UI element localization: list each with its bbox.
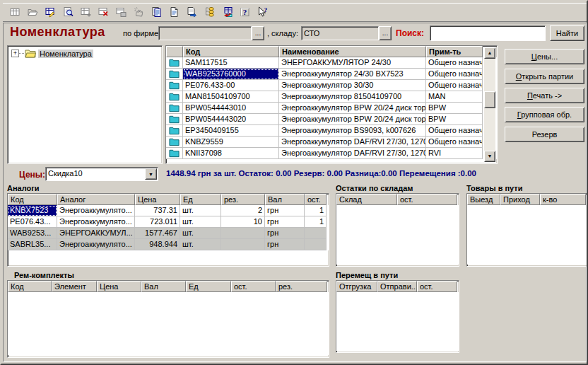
cell-code[interactable]: PE076.433-00: [183, 80, 279, 91]
new-record-button[interactable]: [6, 4, 24, 21]
table-row[interactable]: KNBZ9559 Энергоаккумулятор DAF/RVI 27/30…: [166, 137, 497, 148]
print-button[interactable]: Печать ->: [505, 88, 584, 103]
column-header-name[interactable]: Наименование: [279, 46, 426, 57]
analogs-col-ost[interactable]: ост.: [305, 194, 327, 205]
edit-record-button[interactable]: [42, 4, 59, 21]
cell-app[interactable]: Общего назначения: [426, 57, 483, 69]
analog-row-selected[interactable]: KNBX7523 Энергоаккумулято... 737.31 шт. …: [8, 205, 329, 216]
tree-node-nomenclature[interactable]: + Номенклатура: [11, 49, 162, 58]
cell-app[interactable]: MAN: [426, 91, 483, 103]
kits-col-price[interactable]: Цена: [97, 281, 141, 292]
search-input[interactable]: [430, 25, 546, 41]
analog-row[interactable]: PE076.43... Энергоаккумулято... 723.011 …: [8, 216, 329, 228]
transfers-col-ost[interactable]: ост.: [417, 281, 457, 292]
cell-code[interactable]: KNII37098: [183, 148, 279, 159]
cell-code[interactable]: EP3450409155: [183, 125, 279, 137]
add-record-button[interactable]: [77, 4, 95, 21]
import-table-button[interactable]: [218, 4, 236, 21]
cell-code-selected[interactable]: KNBX7523: [8, 205, 57, 216]
analogs-col-price[interactable]: Цена: [135, 194, 180, 205]
transfers-col-shipment[interactable]: Отгрузка: [336, 281, 377, 292]
analogs-col-rez[interactable]: рез.: [221, 194, 265, 205]
cell-name[interactable]: ЭНЕРГОАККУМУЛЯТОР 24/30: [279, 57, 426, 69]
kits-col-unit[interactable]: Ед: [186, 281, 231, 292]
analog-row[interactable]: WAB9253... ЭНЕРГОАККУМУЛ... 1577.467 шт.…: [8, 228, 329, 239]
cell-app[interactable]: Общего назначения: [426, 137, 483, 148]
combo-dropdown-button[interactable]: ▼: [145, 168, 157, 180]
column-header-app[interactable]: Прим-ть: [426, 46, 483, 57]
analogs-col-name[interactable]: Аналог: [57, 194, 135, 205]
cell-name[interactable]: Энергоаккумулятор BS9093, k007626: [279, 125, 426, 137]
scroll-thumb[interactable]: [484, 91, 495, 108]
preview-button[interactable]: [59, 4, 77, 21]
cell-name[interactable]: Энергоаккумулятор DAF/RVI 27/30, 1270272…: [279, 148, 426, 159]
transfers-col-sender[interactable]: Отправи...: [377, 281, 417, 292]
reserve-button[interactable]: Резерв: [505, 127, 584, 142]
stock-col-warehouse[interactable]: Склад: [336, 194, 397, 205]
table-row[interactable]: KNII37098 Энергоаккумулятор DAF/RVI 27/3…: [166, 148, 497, 159]
firm-input[interactable]: [158, 26, 252, 40]
kits-col-cur[interactable]: Вал: [141, 281, 186, 292]
cell-app[interactable]: Общего назначения: [426, 69, 483, 80]
column-header-icon[interactable]: [166, 46, 183, 57]
table-row[interactable]: EP3450409155 Энергоаккумулятор BS9093, k…: [166, 125, 497, 137]
tree-expand-button[interactable]: +: [11, 50, 19, 57]
prices-button[interactable]: Цены...: [505, 49, 584, 64]
transit-col-arrive[interactable]: Приход: [500, 194, 540, 205]
delete-record-button[interactable]: [95, 4, 112, 21]
table-row-selected[interactable]: WAB9253760000 Энергоаккумулятор 24/30 BX…: [166, 69, 497, 80]
cell-code[interactable]: MAN81504109700: [183, 91, 279, 103]
open-batches-button[interactable]: Открыть партии: [505, 69, 584, 84]
cell-app[interactable]: Общего назначения: [426, 80, 483, 91]
kits-col-rez[interactable]: рез.: [276, 281, 327, 292]
nomenclature-tree[interactable]: + Номенклатура: [7, 45, 163, 164]
transit-col-depart[interactable]: Выезд: [467, 194, 500, 205]
warehouse-browse-button[interactable]: ...: [379, 26, 392, 40]
repair-kits-body[interactable]: [8, 292, 329, 355]
cell-name[interactable]: Энергоаккумулятор 24/30 BX7523: [279, 69, 426, 80]
warehouse-input[interactable]: [301, 26, 379, 40]
analogs-col-code[interactable]: Код: [8, 194, 57, 205]
table-row[interactable]: BPW0544443020 Энергоаккумулятор BPW 20/2…: [166, 114, 497, 125]
cell-code[interactable]: KNBZ9559: [183, 137, 279, 148]
analogs-col-cur[interactable]: Вал: [265, 194, 305, 205]
firm-browse-button[interactable]: ...: [252, 26, 264, 40]
save-record-button[interactable]: [112, 4, 130, 21]
analogs-col-unit[interactable]: Ед: [180, 194, 221, 205]
kits-col-code[interactable]: Код: [8, 281, 52, 292]
analog-row[interactable]: SABRL35... Энергоаккумулято... 948.944 ш…: [8, 239, 329, 250]
copy-button[interactable]: [148, 4, 165, 21]
kits-col-element[interactable]: Элемент: [52, 281, 97, 292]
scroll-down-button[interactable]: ▼: [484, 151, 495, 162]
cell-name[interactable]: Энергоаккумулятор DAF/RVI 27/30, 1270272…: [279, 137, 426, 148]
main-table-scrollbar[interactable]: ▲ ▼: [484, 47, 495, 162]
cell-code[interactable]: SAM117515: [183, 57, 279, 69]
cell-name[interactable]: Энергоаккумулятор BPW 20/24 диск тормоз: [279, 114, 426, 125]
cell-app[interactable]: BPW: [426, 114, 483, 125]
cell-app[interactable]: BPW: [426, 103, 483, 114]
report-button[interactable]: [165, 4, 183, 21]
send-document-button[interactable]: [183, 4, 201, 21]
cell-code-selected[interactable]: WAB9253760000: [183, 69, 279, 80]
help-button[interactable]: ?: [236, 4, 254, 21]
goods-in-transit-body[interactable]: [467, 205, 587, 265]
open-folder-button[interactable]: [24, 4, 42, 21]
permissions-button[interactable]: [130, 4, 148, 21]
cell-name[interactable]: Энергоаккумулятор BPW 20/24 диск тормоз: [279, 103, 426, 114]
table-row[interactable]: BPW0544443010 Энергоаккумулятор BPW 20/2…: [166, 103, 497, 114]
warehouse-stock-body[interactable]: [336, 205, 459, 265]
group-ops-button[interactable]: Групповая обр.: [505, 107, 584, 122]
context-help-button[interactable]: ?: [254, 4, 271, 21]
cell-name[interactable]: Энергоаккумулятор 30/30: [279, 80, 426, 91]
price-type-combobox[interactable]: Скидка10 ▼: [45, 167, 158, 181]
transit-col-qty[interactable]: к-во: [540, 194, 586, 205]
column-header-code[interactable]: Код: [183, 46, 279, 57]
cell-app[interactable]: Общего назначения: [426, 125, 483, 137]
table-row[interactable]: SAM117515 ЭНЕРГОАККУМУЛЯТОР 24/30 Общего…: [166, 57, 497, 69]
table-row[interactable]: PE076.433-00 Энергоаккумулятор 30/30 Общ…: [166, 80, 497, 91]
cell-app[interactable]: RVI: [426, 148, 483, 159]
cell-code[interactable]: BPW0544443020: [183, 114, 279, 125]
transfers-body[interactable]: [336, 292, 459, 351]
find-button[interactable]: Найти: [550, 25, 584, 41]
kits-col-ost[interactable]: ост.: [231, 281, 276, 292]
